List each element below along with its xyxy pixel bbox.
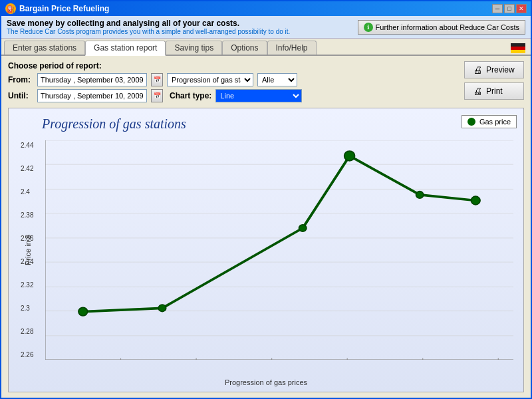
data-point-2 [299,225,307,232]
preview-button[interactable]: 🖨 Preview [464,61,524,78]
y-val-8: 2.28 [21,328,33,335]
y-axis-values: 2.44 2.42 2.4 2.38 2.36 2.34 2.32 2.3 2.… [21,142,33,358]
title-buttons: ─ □ ✕ [492,4,527,13]
from-row: From: 📅 Progression of gas static Alle [8,73,458,86]
print-label: Print [486,86,503,96]
progression-dropdown[interactable]: Progression of gas static [167,73,253,86]
y-val-3: 2.38 [21,211,33,219]
controls-area: Choose period of report: From: 📅 Progres… [8,61,524,102]
y-val-9: 2.26 [21,351,33,358]
chart-title: Progression of gas stations [42,116,186,132]
info-btn-icon: ℹ [364,23,373,32]
from-date-input[interactable] [37,73,147,86]
legend-label: Gas price [479,118,511,126]
chart-svg [45,140,513,360]
alle-dropdown[interactable]: Alle [257,73,297,86]
y-val-0: 2.44 [21,142,33,149]
preview-icon: 🖨 [473,65,482,75]
y-val-2: 2.4 [21,188,33,196]
until-label: Until: [8,91,33,100]
period-label: Choose period of report: [8,61,458,70]
from-label: From: [8,75,33,84]
further-info-label: Further information about Reduce Car Cos… [376,23,519,31]
info-bar-text: Save money by collecting and analysing a… [7,19,290,35]
y-val-5: 2.34 [21,258,33,265]
info-main-text: Save money by collecting and analysing a… [7,19,290,28]
until-date-input[interactable] [37,89,147,102]
y-val-6: 2.32 [21,281,33,289]
title-bar-left: ⛽ Bargain Price Refueling [5,3,109,14]
further-info-button[interactable]: ℹ Further information about Reduce Car C… [358,20,525,35]
y-val-7: 2.3 [21,305,33,312]
german-flag [511,43,525,53]
until-row: Until: 📅 Chart type: Line Bar Area [8,89,458,102]
main-window: ⛽ Bargain Price Refueling ─ □ ✕ Save mon… [0,0,532,399]
chart-line [83,156,475,311]
minimize-button[interactable]: ─ [492,4,503,13]
data-point-4 [416,192,424,199]
tab-enter-gas[interactable]: Enter gas stations [4,41,85,55]
preview-label: Preview [486,65,515,74]
data-point-1 [158,305,166,312]
from-calendar-button[interactable]: 📅 [151,73,163,86]
tab-options[interactable]: Options [222,41,267,55]
x-axis-label: Progression of gas prices [225,378,307,386]
chart-legend: Gas price [462,115,517,128]
data-point-3 [344,151,355,161]
y-val-4: 2.36 [21,235,33,242]
main-content: Choose period of report: From: 📅 Progres… [1,56,531,398]
info-sub-text: The Reduce Car Costs program provides yo… [7,28,290,35]
tab-info-help[interactable]: Info/Help [267,41,317,55]
data-point-5 [471,196,480,205]
chart-container: Progression of gas stations Gas price Pr… [8,108,524,392]
title-bar: ⛽ Bargain Price Refueling ─ □ ✕ [1,1,531,16]
chart-type-dropdown[interactable]: Line Bar Area [215,89,302,102]
window-title: Bargain Price Refueling [19,4,109,13]
controls-left: Choose period of report: From: 📅 Progres… [8,61,458,102]
app-icon: ⛽ [5,3,16,14]
controls-right: 🖨 Preview 🖨 Print [464,61,524,100]
print-button[interactable]: 🖨 Print [464,82,524,100]
until-calendar-button[interactable]: 📅 [151,89,163,102]
tab-saving-tips[interactable]: Saving tips [166,41,222,55]
data-point-0 [78,307,88,316]
print-icon: 🖨 [473,86,482,96]
chart-type-label: Chart type: [170,91,211,100]
flag-yellow [511,50,525,53]
tab-gas-report[interactable]: Gas station report [85,41,166,56]
y-val-1: 2.42 [21,165,33,172]
legend-dot [467,118,475,126]
restore-button[interactable]: □ [504,4,515,13]
close-button[interactable]: ✕ [516,4,527,13]
info-bar: Save money by collecting and analysing a… [1,16,531,39]
